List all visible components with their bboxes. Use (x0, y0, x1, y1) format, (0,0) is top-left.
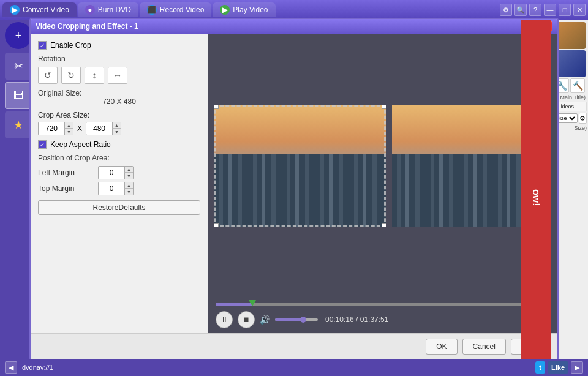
left-margin-spin-buttons: ▲ ▼ (124, 167, 133, 179)
minimize-button[interactable]: — (544, 4, 556, 16)
enable-crop-label: Enable Crop (50, 41, 91, 50)
volume-fill (275, 318, 301, 321)
volume-thumb[interactable] (300, 317, 306, 323)
left-margin-input[interactable] (99, 167, 124, 178)
main-area: + ✂ 🎞 ★ Video Cropping and Effect - 1 □ … (0, 20, 588, 376)
rotate-right-button[interactable]: ↻ (61, 67, 81, 84)
top-margin-up[interactable]: ▲ (124, 182, 133, 189)
flip-horizontal-button[interactable]: ↔ (108, 67, 127, 84)
flip-vertical-button[interactable]: ↕ (85, 67, 104, 84)
gear-icon[interactable]: ⚙ (579, 113, 587, 124)
play-video-icon: ▶ (220, 5, 230, 15)
bottom-nav-right[interactable]: ▶ (571, 361, 583, 374)
pause-button[interactable]: ⏸ (216, 311, 233, 328)
left-margin-row: Left Margin ▲ ▼ (38, 166, 200, 179)
crop-width-up[interactable]: ▲ (64, 122, 73, 129)
tab-play-video[interactable]: ▶ Play Video (213, 2, 275, 17)
top-margin-label: Top Margin (38, 184, 93, 193)
stop-button[interactable]: ⏹ (238, 311, 255, 328)
tab-convert-video[interactable]: ▶ Convert Video (2, 2, 77, 17)
bottom-social: t Like ▶ (535, 361, 583, 374)
bottom-nav-left[interactable]: ◀ (5, 361, 17, 374)
left-margin-up[interactable]: ▲ (124, 167, 133, 173)
maximize-button[interactable]: □ (559, 4, 571, 16)
crop-height-down[interactable]: ▼ (112, 129, 121, 135)
keep-aspect-label: Keep Aspect Ratio (50, 140, 111, 149)
settings-icon[interactable]: ⚙ (500, 4, 512, 16)
original-size-section: Original Size: 720 X 480 (38, 89, 200, 106)
ok-button[interactable]: OK (426, 339, 457, 355)
convert-video-icon: ▶ (10, 5, 20, 15)
time-display: 00:10:16 / 01:37:51 (325, 315, 388, 324)
close-button[interactable]: ✕ (573, 4, 586, 16)
enable-crop-checkbox[interactable] (38, 41, 47, 50)
crop-area-label: Crop Area Size: (38, 111, 200, 119)
city-skyline-left (214, 105, 386, 227)
dialog-settings-panel: Enable Crop Rotation ↺ ↻ ↕ ↔ (31, 34, 208, 333)
playback-row: ⏸ ⏹ 🔊 00:10:16 / 01:37:51 (216, 311, 550, 331)
sidebar-item-film[interactable]: 🎞 (5, 82, 32, 109)
dialog-preview-panel: ⏸ ⏹ 🔊 00:10:16 / 01:37:51 (208, 34, 557, 333)
video-thumbnail-left (214, 105, 386, 227)
crop-width-spin-buttons: ▲ ▼ (64, 122, 73, 135)
crop-height-spinbox[interactable]: ▲ ▼ (86, 122, 121, 135)
app-logo: + (5, 22, 32, 49)
twitter-icon: t (539, 364, 541, 371)
record-video-icon: ⬛ (147, 5, 157, 15)
crop-width-input[interactable] (39, 123, 64, 134)
scrubber-progress (216, 303, 252, 306)
scrubber-thumb[interactable] (249, 300, 256, 306)
tab-record-video-label: Record Video (160, 6, 205, 14)
rotate-left-button[interactable]: ↺ (38, 67, 58, 84)
top-margin-row: Top Margin ▲ ▼ (38, 182, 200, 195)
rotation-row: ↺ ↻ ↕ ↔ (38, 67, 200, 84)
rotation-section: Rotation ↺ ↻ ↕ ↔ (38, 55, 200, 84)
dialog-video-crop: Video Cropping and Effect - 1 □ ✕ Enable… (29, 18, 559, 361)
top-margin-down[interactable]: ▼ (124, 189, 133, 195)
video-preview-area (208, 34, 557, 298)
volume-slider[interactable] (275, 318, 318, 321)
twitter-button[interactable]: t (535, 361, 545, 374)
rotation-label: Rotation (38, 55, 200, 63)
center-area: Video Cropping and Effect - 1 □ ✕ Enable… (37, 20, 551, 376)
tab-burn-dvd[interactable]: ● Burn DVD (78, 2, 138, 17)
keep-aspect-checkbox[interactable] (38, 140, 47, 149)
original-size-label: Original Size: (38, 89, 200, 97)
tool-wrench-icon[interactable]: 🔨 (570, 78, 585, 93)
facebook-button[interactable]: Like (548, 361, 568, 374)
left-margin-down[interactable]: ▼ (124, 173, 133, 179)
burn-dvd-icon: ● (85, 5, 95, 15)
scrubber-track[interactable] (216, 303, 550, 306)
top-margin-input[interactable] (99, 183, 124, 194)
top-margin-spin-buttons: ▲ ▼ (124, 182, 133, 195)
top-margin-spinbox[interactable]: ▲ ▼ (98, 182, 134, 195)
crop-x-label: X (77, 124, 82, 133)
dialog-footer: OK Cancel Apply (31, 333, 557, 359)
dialog-overlay: Video Cropping and Effect - 1 □ ✕ Enable… (37, 20, 551, 359)
banner-text: ow! (530, 189, 541, 206)
video-controls: ⏸ ⏹ 🔊 00:10:16 / 01:37:51 (208, 298, 557, 333)
cancel-button[interactable]: Cancel (462, 339, 506, 355)
aspect-row: Keep Aspect Ratio (38, 140, 200, 149)
promo-banner: ow! (521, 20, 551, 376)
sidebar-item-star[interactable]: ★ (5, 111, 32, 138)
dialog-titlebar: Video Cropping and Effect - 1 □ ✕ (31, 19, 557, 34)
left-margin-spinbox[interactable]: ▲ ▼ (98, 166, 134, 179)
restore-defaults-button[interactable]: RestoreDefaults (38, 200, 200, 215)
dialog-body: Enable Crop Rotation ↺ ↻ ↕ ↔ (31, 34, 557, 333)
search-icon[interactable]: 🔍 (514, 4, 527, 16)
help-icon[interactable]: ? (529, 4, 541, 16)
video-frame-left (214, 105, 386, 227)
crop-height-input[interactable] (86, 123, 112, 134)
facebook-like-label: Like (551, 364, 565, 371)
position-section: Position of Crop Area: Left Margin ▲ ▼ (38, 154, 200, 195)
tab-record-video[interactable]: ⬛ Record Video (140, 2, 212, 17)
original-size-value: 720 X 480 (38, 97, 200, 106)
crop-height-up[interactable]: ▲ (112, 122, 121, 129)
tab-convert-video-label: Convert Video (23, 6, 69, 14)
sidebar-item-scissors[interactable]: ✂ (5, 53, 32, 80)
volume-icon: 🔊 (260, 315, 270, 325)
bottom-bar: ◀ dvdnav://1 t Like ▶ (0, 359, 588, 376)
crop-width-spinbox[interactable]: ▲ ▼ (38, 122, 74, 135)
crop-width-down[interactable]: ▼ (64, 129, 73, 135)
